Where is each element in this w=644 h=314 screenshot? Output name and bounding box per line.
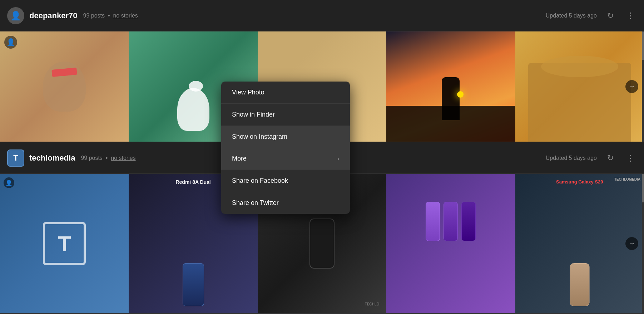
- photos-strip-deepanker70: 👤: [0, 31, 644, 142]
- avatar-deepanker70: 👤: [7, 7, 24, 24]
- account-row-deepanker70: 👤 deepanker70 99 posts • no stories Upda…: [0, 0, 644, 31]
- refresh-button-deepanker70[interactable]: ↻: [604, 9, 617, 22]
- photo-cell-b1[interactable]: 👤 T: [0, 174, 129, 313]
- person-icon-b1: 👤: [4, 177, 14, 188]
- no-stories-link-techlomedia[interactable]: no stories: [111, 155, 135, 161]
- scrollbar-thumb-top: [642, 31, 644, 60]
- updated-text-techlomedia: Updated 5 days ago: [546, 155, 597, 161]
- scrollbar-track-top[interactable]: [642, 31, 644, 142]
- updated-text-deepanker70: Updated 5 days ago: [546, 13, 597, 19]
- account-actions-deepanker70: Updated 5 days ago ↻ ⋮: [546, 9, 637, 22]
- context-menu-show-on-instagram[interactable]: Show on Instagram: [221, 126, 350, 148]
- more-chevron-icon: ›: [337, 156, 339, 162]
- context-menu-share-twitter[interactable]: Share on Twitter: [221, 192, 350, 214]
- context-menu-share-section: Share on Facebook Share on Twitter: [221, 170, 350, 214]
- context-menu-show-in-finder[interactable]: Show in Finder: [221, 104, 350, 126]
- context-menu-top-section: View Photo Show in Finder Show on Instag…: [221, 82, 350, 148]
- refresh-button-techlomedia[interactable]: ↻: [604, 152, 617, 165]
- avatar-techlomedia: T: [7, 149, 24, 167]
- context-menu-more[interactable]: More ›: [221, 148, 350, 170]
- scrollbar-thumb-bottom: [642, 174, 644, 202]
- account-actions-techlomedia: Updated 5 days ago ↻ ⋮: [546, 152, 637, 165]
- account-meta-techlomedia: 99 posts • no stories: [81, 155, 135, 161]
- scrollbar-track-bottom[interactable]: [642, 174, 644, 313]
- photo-cell-5[interactable]: [515, 31, 644, 142]
- more-button-techlomedia[interactable]: ⋮: [624, 152, 637, 165]
- photo-cell-b5[interactable]: TECHLOMEDIA Samsung Galaxy S20: [515, 174, 644, 313]
- no-stories-link-deepanker70[interactable]: no stories: [113, 13, 138, 19]
- photo-cell-b4[interactable]: [386, 174, 515, 313]
- more-button-deepanker70[interactable]: ⋮: [624, 9, 637, 22]
- photo-cell-1[interactable]: 👤: [0, 31, 129, 142]
- context-menu-view-photo[interactable]: View Photo: [221, 82, 350, 104]
- next-arrow-techlomedia[interactable]: →: [625, 237, 638, 250]
- next-arrow-deepanker70[interactable]: →: [625, 80, 638, 93]
- username-deepanker70: deepanker70: [29, 11, 78, 20]
- photo-cell-4[interactable]: [386, 31, 515, 142]
- context-menu: View Photo Show in Finder Show on Instag…: [221, 82, 350, 214]
- context-menu-share-facebook[interactable]: Share on Facebook: [221, 170, 350, 192]
- username-techlomedia: techlomedia: [29, 153, 75, 163]
- account-meta-deepanker70: 99 posts • no stories: [83, 13, 138, 19]
